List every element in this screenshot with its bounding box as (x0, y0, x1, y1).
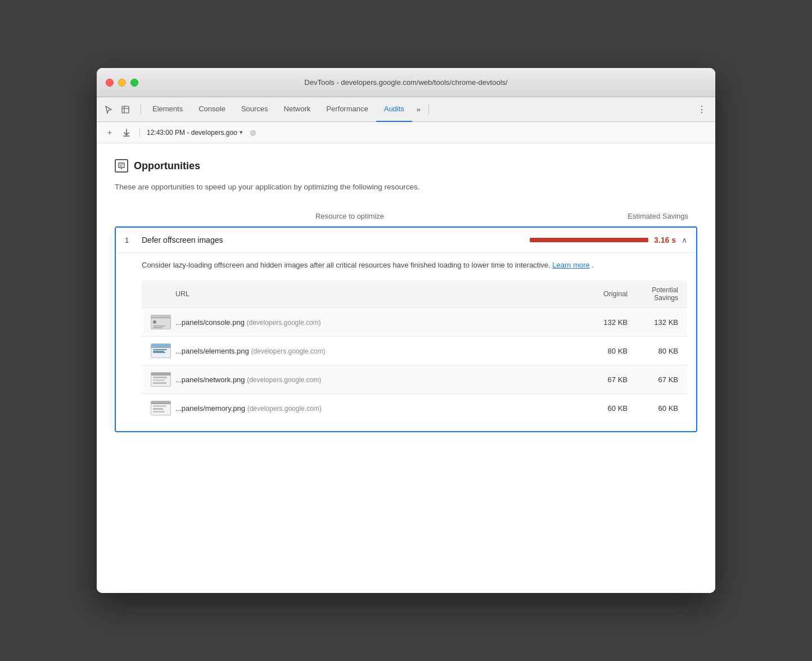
resource-savings-1: 132 KB (628, 318, 678, 327)
section-title: Opportunities (134, 160, 200, 172)
main-content: Opportunities These are opportunities to… (97, 143, 715, 593)
opportunity-number: 1 (125, 236, 142, 245)
maximize-button[interactable] (130, 79, 138, 87)
traffic-lights (106, 79, 138, 87)
console-thumb (151, 315, 171, 329)
new-tab-button[interactable]: ＋ (103, 126, 116, 139)
more-tabs-button[interactable]: » (412, 105, 425, 114)
resource-url-2: ...panels/elements.png (developers.googl… (175, 347, 577, 355)
resource-savings-3: 67 KB (628, 375, 678, 384)
opportunity-bar (530, 238, 648, 242)
address-url[interactable]: 12:43:00 PM - developers.goo ▾ (147, 129, 243, 137)
title-bar: DevTools - developers.google.com/web/too… (97, 68, 715, 97)
resource-row: ...panels/console.png (developers.google… (142, 307, 687, 336)
browser-window: DevTools - developers.google.com/web/too… (97, 68, 715, 593)
opportunity-header[interactable]: 1 Defer offscreen images 3.16 s ∧ (116, 228, 696, 252)
download-button[interactable] (120, 126, 133, 139)
tab-elements[interactable]: Elements (145, 97, 191, 122)
resource-table-header: URL Original Potential Savings (142, 280, 687, 307)
table-header: Resource to optimize Estimated Savings (115, 206, 697, 227)
inspect-icon[interactable] (118, 102, 133, 117)
section-header: Opportunities (115, 159, 697, 173)
opportunity-bar-container: 3.16 s (530, 236, 676, 245)
resource-url-3: ...panels/network.png (developers.google… (175, 375, 577, 384)
resource-table: URL Original Potential Savings (142, 280, 687, 422)
window-title: DevTools - developers.google.com/web/too… (304, 78, 507, 87)
opportunity-detail: Consider lazy-loading offscreen and hidd… (116, 252, 696, 431)
opportunity-row: 1 Defer offscreen images 3.16 s ∧ Consid… (115, 227, 697, 432)
address-bar: ＋ 12:43:00 PM - developers.goo ▾ ⊘ (97, 122, 715, 143)
resource-row: ...panels/memory.png (developers.google.… (142, 393, 687, 422)
cursor-icon[interactable] (101, 102, 116, 117)
addr-divider (139, 128, 140, 137)
savings-col-header: Estimated Savings (576, 212, 688, 220)
close-button[interactable] (106, 79, 114, 87)
savings-col-header-2: Potential Savings (628, 286, 678, 302)
minimize-button[interactable] (118, 79, 126, 87)
resource-original-3: 67 KB (577, 375, 628, 384)
tab-divider (141, 104, 141, 115)
tab-performance[interactable]: Performance (318, 97, 376, 122)
opportunity-description: Consider lazy-loading offscreen and hidd… (142, 260, 687, 271)
opportunity-time: 3.16 s (654, 236, 676, 245)
toolbar-icons (101, 102, 133, 117)
resource-col-header: Resource to optimize (124, 212, 576, 220)
resource-original-4: 60 KB (577, 404, 628, 413)
original-col-header: Original (577, 290, 628, 298)
resource-original-1: 132 KB (577, 318, 628, 327)
resource-url-4: ...panels/memory.png (developers.google.… (175, 404, 577, 413)
svg-rect-0 (122, 106, 129, 113)
resource-savings-2: 80 KB (628, 347, 678, 355)
elements-thumb (151, 343, 171, 358)
tab-divider-2 (428, 104, 429, 115)
resource-savings-4: 60 KB (628, 404, 678, 413)
section-description: These are opportunities to speed up your… (115, 182, 697, 193)
stop-icon[interactable]: ⊘ (250, 128, 256, 137)
resource-row: ...panels/network.png (developers.google… (142, 365, 687, 393)
tab-console[interactable]: Console (191, 97, 233, 122)
url-col-header: URL (175, 290, 577, 298)
tab-audits[interactable]: Audits (376, 97, 412, 122)
devtools-tab-bar: Elements Console Sources Network Perform… (97, 97, 715, 122)
learn-more-link[interactable]: Learn more (552, 261, 589, 269)
url-text: 12:43:00 PM - developers.goo (147, 129, 237, 137)
resource-original-2: 80 KB (577, 347, 628, 355)
tab-sources[interactable]: Sources (233, 97, 276, 122)
memory-thumb (151, 401, 171, 415)
chevron-up-icon[interactable]: ∧ (682, 236, 687, 245)
network-thumb (151, 372, 171, 387)
url-dropdown-icon[interactable]: ▾ (240, 129, 243, 136)
tab-network[interactable]: Network (276, 97, 319, 122)
opportunities-icon (115, 159, 128, 173)
devtools-menu-button[interactable]: ⋮ (693, 104, 711, 115)
resource-row: ...panels/elements.png (developers.googl… (142, 336, 687, 365)
resource-url-1: ...panels/console.png (developers.google… (175, 318, 577, 327)
opportunity-name: Defer offscreen images (142, 236, 530, 245)
